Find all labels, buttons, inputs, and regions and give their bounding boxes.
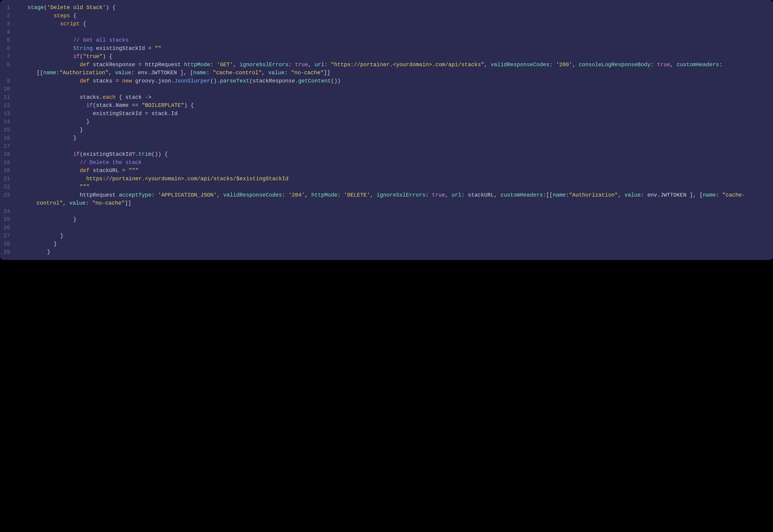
token-pn: : — [641, 192, 647, 198]
code-content[interactable]: if(existingStackId?.trim()) { — [14, 150, 773, 159]
code-content[interactable]: stacks.each { stack -> — [14, 93, 773, 102]
token-type: String — [73, 45, 93, 52]
token-pn: : — [426, 192, 432, 198]
code-content[interactable]: stage('Delete old Stack') { — [14, 4, 773, 12]
code-content[interactable]: https://portainer.<yourdomain>.com/api/s… — [14, 175, 773, 183]
code-content[interactable]: def stackResponse = httpRequest httpMode… — [14, 61, 773, 77]
code-content[interactable]: if(stack.Name == "BOILERPLATE") { — [14, 101, 773, 110]
code-content[interactable]: } — [14, 118, 773, 126]
code-line[interactable]: 22 """ — [0, 183, 773, 191]
token-id: stacks — [93, 78, 112, 84]
token-kw: new — [122, 78, 132, 84]
token-prop: httpMode — [311, 192, 337, 198]
line-number: 1 — [0, 4, 14, 12]
token-pn: :[[ — [543, 192, 553, 198]
code-line[interactable]: 4 — [0, 28, 773, 36]
token-pn: { — [80, 21, 86, 27]
line-number: 9 — [0, 77, 14, 85]
code-content[interactable]: // Delete the stack — [14, 159, 773, 167]
line-number: 21 — [0, 175, 14, 183]
code-line[interactable]: 21 https://portainer.<yourdomain>.com/ap… — [0, 175, 773, 183]
code-content[interactable]: def stackURL = """ — [14, 167, 773, 175]
code-content[interactable]: } — [14, 126, 773, 134]
code-line[interactable]: 17 — [0, 142, 773, 151]
line-number: 14 — [0, 118, 14, 126]
code-content[interactable]: } — [14, 215, 773, 224]
code-line[interactable]: 13 existingStackId = stack.Id — [0, 110, 773, 118]
code-line[interactable]: 8 def stackResponse = httpRequest httpMo… — [0, 61, 773, 77]
token-id: env — [138, 70, 147, 76]
token-str: """ — [129, 168, 138, 174]
token-id: JWTTOKEN — [151, 70, 177, 76]
code-line[interactable]: 19 // Delete the stack — [0, 159, 773, 167]
token-bool: true — [295, 62, 308, 68]
code-editor[interactable]: 1 stage('Delete old Stack') {2 steps {3 … — [0, 4, 773, 256]
code-line[interactable]: 15 } — [0, 126, 773, 134]
token-pn: ) { — [102, 54, 112, 60]
code-line[interactable]: 16 } — [0, 134, 773, 142]
token-str: "BOILERPLATE" — [142, 102, 184, 108]
code-content[interactable]: String existingStackId = "" — [14, 44, 773, 53]
code-line[interactable]: 25 } — [0, 215, 773, 224]
token-pn: , — [305, 192, 311, 198]
code-line[interactable]: 10 — [0, 85, 773, 93]
code-content[interactable]: } — [14, 134, 773, 142]
token-pn — [115, 192, 119, 198]
code-line[interactable]: 28 } — [0, 240, 773, 248]
token-pn: : — [56, 70, 59, 76]
token-str: 'GET' — [217, 62, 233, 68]
code-content[interactable]: existingStackId = stack.Id — [14, 110, 773, 118]
token-cmt: // Get all stacks — [73, 37, 129, 43]
code-line[interactable]: 12 if(stack.Name == "BOILERPLATE") { — [0, 101, 773, 110]
token-str: '204' — [288, 192, 305, 198]
code-line[interactable]: 14 } — [0, 118, 773, 126]
code-content[interactable]: steps { — [14, 12, 773, 20]
code-content[interactable]: if("true") { — [14, 53, 773, 61]
code-content[interactable]: httpRequest acceptType: 'APPLICATION_JSO… — [14, 191, 773, 207]
code-line[interactable]: 24 — [0, 207, 773, 216]
line-number: 3 — [0, 20, 14, 28]
code-line[interactable]: 18 if(existingStackId?.trim()) { — [0, 150, 773, 159]
code-line[interactable]: 9 def stacks = new groovy.json.JsonSlurp… — [0, 77, 773, 85]
line-number: 18 — [0, 150, 14, 159]
token-pn: ( — [93, 102, 96, 108]
token-str: "" — [155, 45, 161, 52]
token-id: stackResponse — [93, 62, 135, 68]
token-fn: trim — [138, 151, 152, 157]
code-content[interactable]: } — [14, 240, 773, 248]
code-line[interactable]: 27 } — [0, 232, 773, 240]
code-line[interactable]: 7 if("true") { — [0, 53, 773, 61]
line-number: 10 — [0, 85, 14, 93]
code-line[interactable]: 2 steps { — [0, 12, 773, 20]
token-pn — [181, 62, 184, 68]
line-number: 27 — [0, 232, 14, 240]
token-pn: } — [86, 119, 89, 125]
code-line[interactable]: 6 String existingStackId = "" — [0, 44, 773, 53]
token-id: Id — [171, 111, 177, 117]
token-pn — [93, 45, 96, 52]
token-id: stackURL — [93, 168, 119, 174]
token-pn: ) { — [106, 5, 116, 11]
code-line[interactable]: 29 } — [0, 248, 773, 256]
token-id: stack — [96, 102, 112, 108]
code-line[interactable]: 11 stacks.each { stack -> — [0, 93, 773, 102]
code-content[interactable]: """ — [14, 183, 773, 191]
token-kw: script — [60, 21, 80, 27]
token-pn: , — [217, 192, 223, 198]
code-content[interactable]: script { — [14, 20, 773, 28]
token-pn: . — [112, 102, 115, 108]
code-content[interactable]: } — [14, 232, 773, 240]
code-line[interactable]: 20 def stackURL = """ — [0, 167, 773, 175]
code-content[interactable]: } — [14, 248, 773, 256]
token-prop: name — [553, 192, 566, 198]
code-line[interactable]: 3 script { — [0, 20, 773, 28]
token-pn: : — [284, 70, 291, 76]
code-line[interactable]: 23 httpRequest acceptType: 'APPLICATION_… — [0, 191, 773, 207]
code-line[interactable]: 5 // Get all stacks — [0, 36, 773, 44]
line-number: 5 — [0, 36, 14, 44]
code-content[interactable]: // Get all stacks — [14, 36, 773, 44]
code-content[interactable]: def stacks = new groovy.json.JsonSlurper… — [14, 77, 773, 85]
code-line[interactable]: 26 — [0, 224, 773, 232]
code-line[interactable]: 1 stage('Delete old Stack') { — [0, 4, 773, 12]
token-prop: name — [193, 70, 206, 76]
